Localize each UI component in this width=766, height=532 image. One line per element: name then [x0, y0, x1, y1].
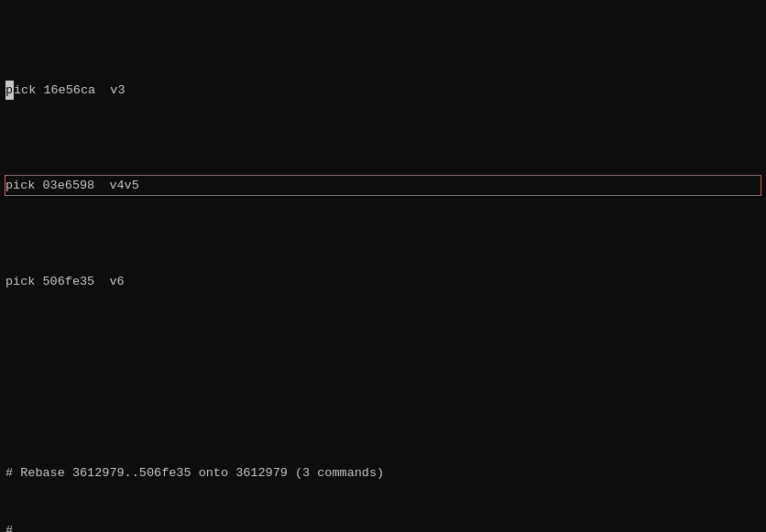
- cursor: p: [5, 81, 14, 100]
- terminal[interactable]: pick 16e56ca v3 pick 03e6598 v4v5 pick 5…: [0, 0, 766, 532]
- line-1: pick 16e56ca v3: [5, 81, 761, 100]
- line-2-text: pick 03e6598 v4v5: [5, 179, 139, 192]
- line-3: pick 506fe35 v6: [5, 272, 761, 291]
- line-rebase-header: # Rebase 3612979..506fe35 onto 3612979 (…: [5, 463, 761, 483]
- line-1-text: ick 16e56ca v3: [14, 83, 126, 97]
- line-c1: #: [5, 521, 761, 532]
- line-2: pick 03e6598 v4v5: [5, 176, 761, 195]
- line-blank-1: [5, 368, 761, 387]
- line-3-text: pick 506fe35 v6: [5, 275, 125, 288]
